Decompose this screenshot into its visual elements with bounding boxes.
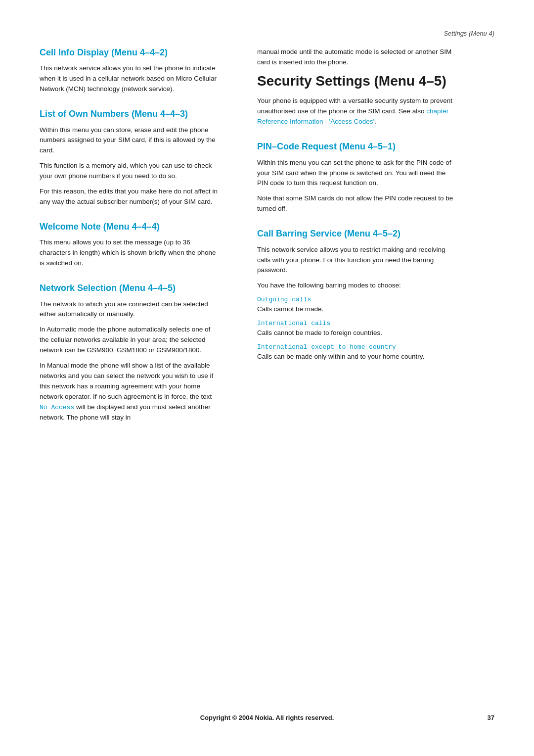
barring-mode-outgoing-label: Outgoing calls — [257, 296, 455, 303]
barring-modes-list: Outgoing calls Calls cannot be made. Int… — [257, 296, 455, 362]
security-settings-heading: Security Settings (Menu 4–5) — [257, 73, 455, 90]
barring-mode-international-desc: Calls cannot be made to foreign countrie… — [257, 328, 455, 338]
pin-code-request-text-1: Within this menu you can set the phone t… — [257, 158, 455, 189]
section-network-selection: Network Selection (Menu 4–4–5) The netwo… — [40, 283, 218, 423]
continuation-text: manual mode until the automatic mode is … — [257, 47, 455, 68]
section-cell-info-display: Cell Info Display (Menu 4–4–2) This netw… — [40, 47, 218, 94]
header-label: Settings (Menu 4) — [444, 30, 494, 37]
right-column: manual mode until the automatic mode is … — [237, 47, 494, 704]
no-access-code: No Access — [40, 404, 74, 411]
barring-mode-international-except: International except to home country Cal… — [257, 343, 455, 362]
barring-mode-international-except-label: International except to home country — [257, 343, 455, 351]
welcome-note-heading: Welcome Note (Menu 4–4–4) — [40, 221, 218, 233]
barring-mode-international-label: International calls — [257, 320, 455, 327]
page-header: Settings (Menu 4) — [0, 30, 534, 37]
network-selection-heading: Network Selection (Menu 4–4–5) — [40, 283, 218, 294]
list-own-numbers-text-3: For this reason, the edits that you make… — [40, 187, 218, 207]
reference-info-link[interactable]: chapter Reference Information - 'Access … — [257, 107, 448, 125]
section-list-own-numbers: List of Own Numbers (Menu 4–4–3) Within … — [40, 108, 218, 207]
barring-mode-outgoing: Outgoing calls Calls cannot be made. — [257, 296, 455, 315]
cell-info-display-heading: Cell Info Display (Menu 4–4–2) — [40, 47, 218, 58]
pin-code-request-heading: PIN–Code Request (Menu 4–5–1) — [257, 141, 455, 152]
section-welcome-note: Welcome Note (Menu 4–4–4) This menu allo… — [40, 221, 218, 269]
footer-inner: Copyright © 2004 Nokia. All rights reser… — [0, 714, 534, 721]
pin-code-request-text-2: Note that some SIM cards do not allow th… — [257, 193, 455, 214]
welcome-note-text: This menu allows you to set the message … — [40, 237, 218, 269]
list-own-numbers-text-1: Within this menu you can store, erase an… — [40, 125, 218, 156]
footer-copyright: Copyright © 2004 Nokia. All rights reser… — [200, 714, 334, 721]
security-settings-text: Your phone is equipped with a versatile … — [257, 96, 455, 127]
section-call-barring: Call Barring Service (Menu 4–5–2) This n… — [257, 228, 455, 362]
page-footer: Copyright © 2004 Nokia. All rights reser… — [0, 704, 534, 726]
call-barring-text-1: This network service allows you to restr… — [257, 245, 455, 276]
call-barring-text-2: You have the following barring modes to … — [257, 281, 455, 291]
cell-info-display-text: This network service allows you to set t… — [40, 63, 218, 94]
two-column-layout: Cell Info Display (Menu 4–4–2) This netw… — [0, 47, 534, 704]
network-selection-text-3: In Manual mode the phone will show a lis… — [40, 361, 218, 423]
network-selection-text-1: The network to which you are connected c… — [40, 299, 218, 320]
page-container: Settings (Menu 4) Cell Info Display (Men… — [0, 0, 534, 756]
call-barring-heading: Call Barring Service (Menu 4–5–2) — [257, 228, 455, 239]
section-security-settings: Security Settings (Menu 4–5) Your phone … — [257, 73, 455, 127]
barring-mode-outgoing-desc: Calls cannot be made. — [257, 304, 455, 315]
barring-mode-international: International calls Calls cannot be made… — [257, 320, 455, 338]
footer-page-number: 37 — [488, 714, 494, 721]
section-pin-code-request: PIN–Code Request (Menu 4–5–1) Within thi… — [257, 141, 455, 214]
network-selection-text-2: In Automatic mode the phone automaticall… — [40, 325, 218, 356]
list-own-numbers-heading: List of Own Numbers (Menu 4–4–3) — [40, 108, 218, 120]
left-column: Cell Info Display (Menu 4–4–2) This netw… — [0, 47, 237, 704]
barring-mode-international-except-desc: Calls can be made only within and to you… — [257, 352, 455, 362]
list-own-numbers-text-2: This function is a memory aid, which you… — [40, 161, 218, 182]
